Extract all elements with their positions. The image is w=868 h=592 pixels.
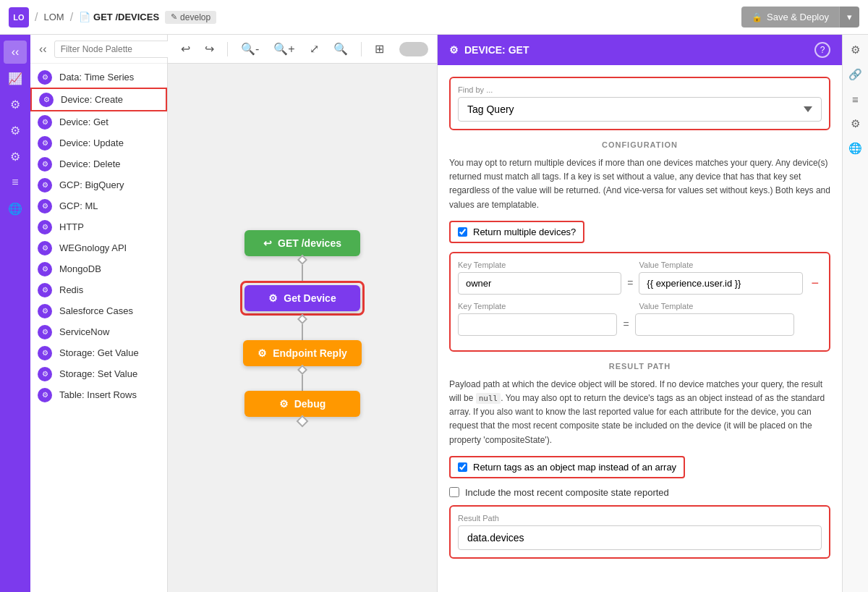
right-icon-strip: ⚙ 🔗 ≡ ⚙ 🌐 xyxy=(842,35,868,592)
palette-item[interactable]: ⚙Salesforce Cases xyxy=(30,300,167,321)
palette-item[interactable]: ⚙Table: Insert Rows xyxy=(30,384,167,405)
strip-icon-link[interactable]: 🔗 xyxy=(846,65,865,84)
palette-item[interactable]: ⚙Device: Get xyxy=(30,111,167,132)
kv-headers-2: Key Template Value Template xyxy=(458,302,822,310)
connector-3 xyxy=(297,365,307,375)
save-deploy-dropdown[interactable]: ▾ xyxy=(839,7,859,28)
include-composite-checkbox[interactable] xyxy=(449,487,459,497)
node-get-device-wrapper: ⚙ Get Device xyxy=(240,281,365,316)
toolbar-separator-2 xyxy=(361,42,362,56)
canvas-content[interactable]: ↩ GET /devices ⚙ Get Device ⚙ Endp xyxy=(168,64,437,592)
canvas-toolbar: ↩ ↪ 🔍- 🔍+ ⤢ 🔍 ⊞ xyxy=(168,35,437,64)
sidebar-icon-back[interactable]: ‹‹ xyxy=(4,41,27,64)
node-flow: ↩ GET /devices ⚙ Get Device ⚙ Endp xyxy=(240,230,365,426)
kv-row-1: = − xyxy=(458,272,822,295)
key-input-2[interactable] xyxy=(458,313,617,336)
kv-headers: Key Template Value Template xyxy=(458,261,822,269)
value-input-2[interactable] xyxy=(635,313,794,336)
palette-item[interactable]: ⚙ServiceNow xyxy=(30,321,167,342)
config-section-title: CONFIGURATION xyxy=(449,140,830,149)
panel-help-button[interactable]: ? xyxy=(814,42,830,58)
key-input-1[interactable] xyxy=(458,272,621,295)
palette-item[interactable]: ⚙HTTP xyxy=(30,216,167,237)
zoom-out-button[interactable]: 🔍- xyxy=(237,40,263,58)
palette-item[interactable]: ⚙WEGnology API xyxy=(30,237,167,258)
include-composite-label[interactable]: Include the most recent composite state … xyxy=(465,487,669,498)
sidebar-icon-gear2[interactable]: ⚙ xyxy=(4,119,27,142)
line-1 xyxy=(302,263,303,281)
line-2 xyxy=(302,323,303,340)
value-template-label-2: Value Template xyxy=(639,302,795,310)
value-input-1[interactable] xyxy=(639,272,802,295)
sidebar-icon-gear1[interactable]: ⚙ xyxy=(4,93,27,116)
redo-button[interactable]: ↪ xyxy=(200,40,218,58)
result-path-group: Result Path xyxy=(449,505,830,559)
kv-row-2: = xyxy=(458,313,822,336)
strip-icon-gear[interactable]: ⚙ xyxy=(846,41,865,59)
undo-button[interactable]: ↩ xyxy=(176,40,195,58)
connector-4 xyxy=(297,415,309,428)
key-template-label: Key Template xyxy=(458,261,613,269)
mode-toggle[interactable] xyxy=(399,42,428,56)
kv-rows-wrapper: Key Template Value Template = − Key Temp… xyxy=(449,252,830,352)
palette-item[interactable]: ⚙Device: Create xyxy=(30,88,167,111)
strip-icon-list[interactable]: ≡ xyxy=(846,90,865,109)
strip-icon-globe[interactable]: 🌐 xyxy=(846,139,865,158)
palette-item[interactable]: ⚙Storage: Get Value xyxy=(30,342,167,363)
return-tags-label[interactable]: Return tags as an object map instead of … xyxy=(473,462,676,473)
config-description: You may opt to return multiple devices i… xyxy=(449,156,830,212)
zoom-in-button[interactable]: 🔍+ xyxy=(269,40,299,58)
sidebar-icon-gear3[interactable]: ⚙ xyxy=(4,145,27,168)
palette-search-input[interactable] xyxy=(54,41,176,58)
remove-row-1-button[interactable]: − xyxy=(809,276,822,289)
palette-item[interactable]: ⚙MongoDB xyxy=(30,258,167,279)
node-palette: ‹‹ ⚙Data: Time Series⚙Device: Create⚙Dev… xyxy=(30,35,168,592)
include-composite-row: Include the most recent composite state … xyxy=(449,487,830,498)
return-tags-checkbox[interactable] xyxy=(458,462,467,472)
return-multiple-checkbox[interactable] xyxy=(458,227,467,237)
palette-item[interactable]: ⚙Device: Delete xyxy=(30,153,167,174)
branch-selector[interactable]: develop xyxy=(165,11,216,24)
sidebar-icon-chart[interactable]: 📈 xyxy=(4,67,27,90)
result-path-input[interactable] xyxy=(458,525,822,550)
connector-1 xyxy=(297,255,307,265)
fit-button[interactable]: ⤢ xyxy=(305,40,323,58)
canvas-area: ↩ ↪ 🔍- 🔍+ ⤢ 🔍 ⊞ ↩ GET /devices xyxy=(168,35,437,592)
return-tags-wrapper: Return tags as an object map instead of … xyxy=(449,456,685,478)
palette-item[interactable]: ⚙GCP: ML xyxy=(30,195,167,216)
line-3 xyxy=(302,373,303,391)
find-by-select[interactable]: Tag Query xyxy=(458,97,822,122)
node-get-devices[interactable]: ↩ GET /devices xyxy=(244,230,360,256)
node-debug[interactable]: ⚙ Debug xyxy=(244,391,360,417)
add-node-button[interactable]: ⊞ xyxy=(370,40,388,58)
palette-item[interactable]: ⚙Redis xyxy=(30,279,167,300)
sidebar-icon-layers[interactable]: ≡ xyxy=(4,171,27,194)
key-template-label-2: Key Template xyxy=(458,302,613,310)
top-bar: LO / LOM / 📄 GET /DEVICES develop Save &… xyxy=(0,0,868,35)
return-multiple-label[interactable]: Return multiple devices? xyxy=(473,227,576,237)
palette-list: ⚙Data: Time Series⚙Device: Create⚙Device… xyxy=(30,64,167,592)
panel-title: ⚙ DEVICE: GET xyxy=(449,44,529,56)
result-path-description: Payload path at which the device object … xyxy=(449,378,830,447)
palette-collapse-button[interactable]: ‹‹ xyxy=(36,41,50,57)
app-logo: LO xyxy=(9,7,29,28)
node-endpoint-reply[interactable]: ⚙ Endpoint Reply xyxy=(243,340,362,366)
strip-icon-settings[interactable]: ⚙ xyxy=(846,114,865,133)
palette-item[interactable]: ⚙Data: Time Series xyxy=(30,67,167,88)
toolbar-separator-1 xyxy=(227,42,228,56)
result-path-section-title: RESULT PATH xyxy=(449,362,830,371)
panel-header: ⚙ DEVICE: GET ? xyxy=(438,35,842,65)
find-by-group: Find by ... Tag Query xyxy=(449,77,830,130)
palette-item[interactable]: ⚙Device: Update xyxy=(30,132,167,153)
save-deploy-button[interactable]: Save & Deploy xyxy=(741,7,839,28)
icon-sidebar: ‹‹ 📈 ⚙ ⚙ ⚙ ≡ 🌐 xyxy=(0,35,30,592)
search-button[interactable]: 🔍 xyxy=(329,40,352,58)
palette-item[interactable]: ⚙GCP: BigQuery xyxy=(30,174,167,195)
toggle-area xyxy=(399,42,428,56)
project-name[interactable]: LOM xyxy=(43,12,64,22)
page-title: 📄 GET /DEVICES xyxy=(79,12,159,22)
palette-item[interactable]: ⚙Storage: Set Value xyxy=(30,363,167,384)
sidebar-icon-globe[interactable]: 🌐 xyxy=(4,197,27,220)
connector-2 xyxy=(297,314,307,324)
node-get-device[interactable]: ⚙ Get Device xyxy=(244,285,360,311)
